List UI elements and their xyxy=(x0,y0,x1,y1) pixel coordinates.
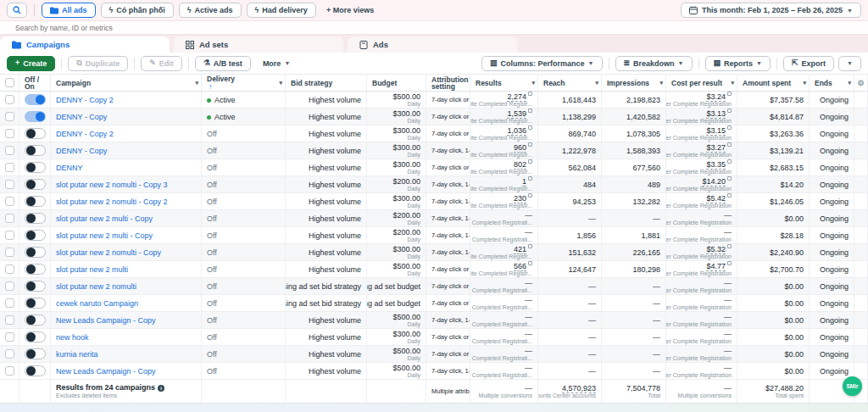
search-button[interactable] xyxy=(7,3,27,18)
row-checkbox[interactable] xyxy=(0,193,19,209)
row-checkbox[interactable] xyxy=(0,278,19,294)
row-checkbox[interactable] xyxy=(0,363,19,379)
campaign-name-cell[interactable]: kurnia nerita xyxy=(51,346,202,362)
campaign-name-cell[interactable]: slot putar new 2 nomulti - Copy 2 xyxy=(51,193,202,209)
campaign-name-cell[interactable]: slot putar new 2 multi - Copy xyxy=(51,227,202,243)
more-views-button[interactable]: + More views xyxy=(321,6,379,14)
campaign-link[interactable]: New Leads Campaign - Copy xyxy=(56,316,196,325)
campaign-name-cell[interactable]: slot putar new 2 nomulti - Copy 3 xyxy=(51,176,202,192)
sort-caret-icon[interactable]: ▾ xyxy=(195,80,198,86)
filter-button-active-ads[interactable]: ϟActive ads xyxy=(179,3,242,18)
campaign-toggle[interactable] xyxy=(25,315,46,326)
row-checkbox[interactable] xyxy=(0,244,19,260)
campaign-link[interactable]: slot putar new 2 multi xyxy=(56,265,196,274)
campaign-name-cell[interactable]: new hook xyxy=(51,329,202,345)
row-checkbox[interactable] xyxy=(0,109,19,125)
header-budget[interactable]: Budget xyxy=(367,75,426,91)
campaign-toggle[interactable] xyxy=(25,331,46,342)
campaign-name-cell[interactable]: New Leads Campaign - Copy xyxy=(51,312,202,328)
export-dropdown-button[interactable]: ▼ xyxy=(838,56,861,71)
attribution-info-icon[interactable] xyxy=(528,92,532,96)
attribution-info-icon[interactable] xyxy=(727,261,732,265)
campaign-link[interactable]: DENNY - Copy 2 xyxy=(56,96,196,104)
campaign-name-cell[interactable]: DENNY - Copy 2 xyxy=(51,92,202,108)
campaign-name-cell[interactable]: DENNY - Copy xyxy=(51,142,202,159)
header-cost-per-result[interactable]: Cost per result▾ xyxy=(666,75,737,91)
attribution-info-icon[interactable] xyxy=(528,244,532,248)
campaign-link[interactable]: slot putar new 2 nomulti - Copy 2 xyxy=(56,198,196,206)
campaign-link[interactable]: New Leads Campaign - Copy xyxy=(56,367,196,376)
header-results[interactable]: Results▾ xyxy=(470,75,538,91)
header-amount-spent[interactable]: Amount spent▾ xyxy=(737,75,810,91)
breakdown-button[interactable]: ≣ Breakdown ▼ xyxy=(615,56,693,71)
attribution-info-icon[interactable] xyxy=(727,193,732,198)
campaign-toggle[interactable] xyxy=(25,230,46,241)
campaign-link[interactable]: slot putar new 2 nomulti - Copy xyxy=(56,248,196,257)
row-checkbox[interactable] xyxy=(0,261,19,277)
header-attribution-setting[interactable]: Attribution setting xyxy=(426,75,470,91)
sort-caret-icon[interactable]: ▾ xyxy=(848,80,851,86)
campaign-toggle[interactable] xyxy=(25,94,46,105)
campaign-name-cell[interactable]: slot putar new 2 nomulti xyxy=(51,278,202,294)
info-icon[interactable]: i xyxy=(158,385,164,392)
header-ends[interactable]: Ends▾ xyxy=(810,75,854,91)
campaign-link[interactable]: slot putar new 2 multi - Copy xyxy=(56,214,196,223)
date-range-button[interactable]: This month: Feb 1, 2025 – Feb 26, 2025 ▼ xyxy=(681,3,861,18)
campaign-link[interactable]: DENNY - Copy 2 xyxy=(56,130,196,138)
row-checkbox[interactable] xyxy=(0,142,19,159)
attribution-info-icon[interactable] xyxy=(727,92,732,96)
attribution-info-icon[interactable] xyxy=(528,176,532,181)
header-reach[interactable]: Reach▾ xyxy=(538,75,602,91)
row-checkbox[interactable] xyxy=(0,227,19,243)
row-checkbox[interactable] xyxy=(0,210,19,226)
tab-campaigns[interactable]: Campaigns xyxy=(0,36,170,53)
sort-caret-icon[interactable]: ▾ xyxy=(531,80,535,86)
sort-caret-icon[interactable]: ▾ xyxy=(659,80,663,86)
campaign-name-cell[interactable]: slot putar new 2 nomulti - Copy xyxy=(51,244,202,260)
attribution-info-icon[interactable] xyxy=(727,244,732,248)
campaign-toggle[interactable] xyxy=(25,145,46,156)
sort-caret-icon[interactable]: ▾ xyxy=(803,80,806,86)
header-impressions[interactable]: Impressions▾ xyxy=(602,75,666,91)
more-button[interactable]: More ▼ xyxy=(255,56,298,71)
campaign-toggle[interactable] xyxy=(25,179,46,190)
campaign-toggle[interactable] xyxy=(25,111,46,122)
attribution-info-icon[interactable] xyxy=(528,125,532,130)
campaign-link[interactable]: slot putar new 2 multi - Copy xyxy=(56,231,196,240)
attribution-info-icon[interactable] xyxy=(528,193,532,198)
campaign-link[interactable]: new hook xyxy=(56,333,196,342)
campaign-name-cell[interactable]: DENNY xyxy=(51,159,202,175)
attribution-info-icon[interactable] xyxy=(727,159,732,164)
campaign-toggle[interactable] xyxy=(25,281,46,292)
campaign-name-cell[interactable]: New Leads Campaign - Copy xyxy=(51,363,202,379)
attribution-info-icon[interactable] xyxy=(528,159,532,164)
attribution-info-icon[interactable] xyxy=(528,261,532,265)
campaign-toggle[interactable] xyxy=(25,264,46,275)
columns-button[interactable]: ▥ Columns: Performance ▼ xyxy=(481,56,602,71)
campaign-link[interactable]: slot putar new 2 nomulti xyxy=(56,282,196,291)
campaign-toggle[interactable] xyxy=(25,365,46,376)
tab-ads[interactable]: Ads xyxy=(348,36,517,53)
filter-button-all-ads[interactable]: All ads xyxy=(42,3,96,18)
campaign-link[interactable]: DENNY xyxy=(56,164,196,172)
filter-button-có-phân-phối[interactable]: ϟCó phân phối xyxy=(101,3,174,18)
filter-button-had-delivery[interactable]: ϟHad delivery xyxy=(247,3,316,18)
column-settings-button[interactable]: ⚙ xyxy=(854,75,868,91)
campaign-name-cell[interactable]: slot putar new 2 multi - Copy xyxy=(51,210,202,226)
sort-caret-icon[interactable]: ▾ xyxy=(595,80,598,86)
select-all-checkbox[interactable] xyxy=(0,75,19,91)
header-delivery[interactable]: Delivery ↑▾ xyxy=(202,75,286,91)
row-checkbox[interactable] xyxy=(0,159,19,175)
campaign-toggle[interactable] xyxy=(25,247,46,258)
campaign-name-cell[interactable]: slot putar new 2 multi xyxy=(51,261,202,277)
campaign-name-cell[interactable]: cewek naruto Campaign xyxy=(51,295,202,311)
reports-button[interactable]: ▤ Reports ▼ xyxy=(705,56,771,71)
duplicate-button[interactable]: ⧉ Duplicate xyxy=(68,56,128,71)
campaign-link[interactable]: DENNY - Copy xyxy=(56,113,196,121)
row-checkbox[interactable] xyxy=(0,346,19,362)
campaign-name-cell[interactable]: DENNY - Copy xyxy=(51,109,202,125)
row-checkbox[interactable] xyxy=(0,92,19,108)
attribution-info-icon[interactable] xyxy=(528,109,532,113)
header-campaign[interactable]: Campaign▾ xyxy=(51,75,202,91)
attribution-info-icon[interactable] xyxy=(727,176,732,181)
